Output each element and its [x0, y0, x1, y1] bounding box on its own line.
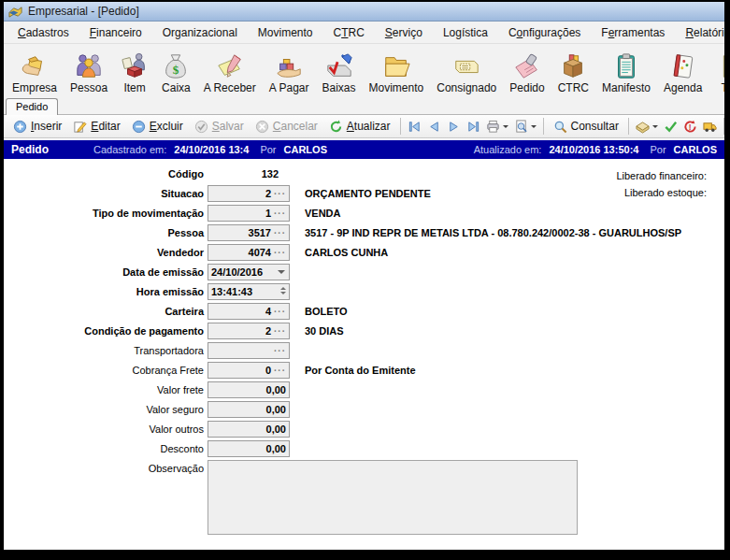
valor-outros-label: Valor outros — [4, 424, 208, 435]
preview-button[interactable] — [511, 118, 539, 136]
transportadora-label: Transportadora — [4, 345, 208, 356]
toolbar-tre-button[interactable]: Tre — [709, 50, 724, 95]
menu-organizacional[interactable]: Organizacional — [152, 23, 248, 42]
truck-icon — [703, 120, 717, 134]
alert-refresh-button[interactable]: ! — [680, 118, 700, 136]
inserir-button[interactable]: Inserir — [7, 118, 67, 136]
toolbar-manifesto-button[interactable]: Manifesto — [595, 50, 657, 95]
lookup-ellipsis-button[interactable]: ··· — [274, 189, 286, 199]
consultar-label: Consultar — [571, 120, 619, 133]
dropdown-caret-icon[interactable] — [503, 125, 508, 131]
valor-outros-field[interactable]: 0,00 — [208, 421, 290, 438]
observacao-field[interactable] — [208, 460, 578, 535]
menu-ctrc[interactable]: CTRC — [322, 23, 374, 42]
svg-text:!: ! — [689, 122, 692, 131]
lookup-ellipsis-button[interactable]: ··· — [274, 366, 286, 376]
insert-icon — [13, 120, 27, 134]
toolbar-movimento-button[interactable]: Movimento — [363, 50, 431, 95]
condicao-de-pagamento-field[interactable]: 2··· — [208, 323, 290, 339]
preview-icon — [514, 120, 528, 134]
calendar-dropdown-icon[interactable] — [278, 270, 285, 278]
lookup-ellipsis-button[interactable]: ··· — [274, 307, 286, 317]
hora-emissao-field-value: 13:41:43 — [211, 286, 277, 297]
excluir-button[interactable]: Excluir — [126, 118, 189, 136]
codigo-label: Código — [4, 168, 208, 179]
nav-prev-icon — [427, 120, 441, 134]
menu-financeiro[interactable]: Financeiro — [79, 23, 152, 42]
lookup-ellipsis-button[interactable]: ··· — [274, 326, 286, 337]
toolbar-item-button[interactable]: Item — [114, 50, 155, 95]
consultar-button[interactable]: Consultar — [548, 118, 624, 136]
tab-pedido[interactable]: Pedido — [6, 98, 58, 115]
menu-ferramentas[interactable]: Ferramentas — [591, 23, 675, 42]
manifesto-icon — [612, 52, 640, 80]
print-button[interactable] — [483, 118, 511, 136]
menu-bar: CadastrosFinanceiroOrganizacionalMovimen… — [4, 22, 724, 44]
menu-configuracoes[interactable]: Configurações — [498, 23, 591, 42]
toolbar-baixas-button[interactable]: Baixas — [316, 50, 363, 95]
tipo-de-movimentacao-field[interactable]: 1··· — [208, 205, 290, 222]
nav-next-button[interactable] — [444, 118, 464, 136]
toolbar-pedido-button[interactable]: Pedido — [503, 50, 551, 95]
confirm-button[interactable] — [661, 118, 680, 136]
editar-button[interactable]: Editar — [67, 118, 125, 136]
vendedor-label: Vendedor — [4, 247, 208, 258]
cobranca-frete-field-value: 0 — [211, 365, 271, 376]
hora-emissao-field[interactable]: 13:41:43 — [208, 283, 290, 300]
toolbar-a-pagar-button[interactable]: A Pagar — [263, 50, 316, 95]
export-button[interactable] — [633, 118, 661, 136]
row-cobranca-frete: Cobrança Frete0···Por Conta do Emitente — [4, 362, 724, 379]
toolbar-empresa-button[interactable]: Empresa — [6, 50, 64, 95]
menu-relatorios[interactable]: Relatórios — [675, 23, 724, 42]
nav-first-button[interactable] — [405, 118, 424, 136]
lookup-ellipsis-button[interactable]: ··· — [274, 346, 286, 356]
situacao-field[interactable]: 2··· — [208, 185, 290, 202]
ctrc-icon — [559, 52, 587, 80]
dropdown-caret-icon[interactable] — [531, 125, 537, 131]
svg-text:$: $ — [173, 63, 179, 77]
valor-seguro-field[interactable]: 0,00 — [208, 401, 290, 418]
toolbar-pessoa-button[interactable]: Pessoa — [64, 50, 114, 95]
lookup-ellipsis-button[interactable]: ··· — [274, 228, 286, 238]
nav-last-button[interactable] — [464, 118, 483, 136]
carteira-field-value: 4 — [211, 306, 271, 317]
data-de-emissao-field[interactable]: 24/10/2016 — [208, 264, 290, 280]
carteira-field[interactable]: 4··· — [208, 303, 290, 320]
desconto-field[interactable]: 0,00 — [208, 440, 290, 457]
nav-prev-button[interactable] — [424, 118, 444, 136]
transportadora-field[interactable]: ··· — [208, 342, 290, 359]
action-toolbar: InserirEditarExcluirSalvarCancelarAtuali… — [4, 115, 724, 138]
cancelar-button[interactable]: Cancelar — [250, 118, 323, 136]
vendedor-field[interactable]: 4074··· — [208, 244, 290, 261]
time-spinner-icon[interactable] — [280, 286, 286, 297]
lookup-ellipsis-button[interactable]: ··· — [274, 248, 286, 258]
salvar-button[interactable]: Salvar — [189, 118, 250, 136]
toolbar-caixa-button[interactable]: $Caixa — [155, 50, 197, 95]
menu-cadastros[interactable]: Cadastros — [7, 23, 79, 42]
toolbar-agenda-button[interactable]: Agenda — [657, 50, 709, 95]
toolbar-consignado-label: Consignado — [437, 81, 496, 94]
hora-emissao-label: Hora emissão — [4, 286, 208, 297]
lookup-ellipsis-button[interactable]: ··· — [274, 208, 286, 219]
form-area: Código132Situacao2···ORÇAMENTO PENDENTET… — [4, 159, 724, 550]
valor-frete-field[interactable]: 0,00 — [208, 381, 290, 398]
menu-servico[interactable]: Serviço — [375, 23, 433, 42]
toolbar-consignado-button[interactable]: Consignado — [430, 50, 503, 95]
condicao-de-pagamento-label: Condição de pagamento — [4, 325, 208, 337]
row-hora-emissao: Hora emissão13:41:43 — [4, 283, 724, 300]
pessoa-field[interactable]: 3517··· — [208, 224, 290, 241]
toolbar-a-receber-button[interactable]: A Receber — [197, 50, 263, 95]
caixa-icon: $ — [162, 52, 190, 80]
toolbar-item-label: Item — [123, 81, 145, 94]
menu-movimento[interactable]: Movimento — [248, 23, 323, 42]
truck-button[interactable] — [700, 118, 720, 136]
toolbar-ctrc-button[interactable]: CTRC — [551, 50, 595, 95]
dropdown-caret-icon[interactable] — [652, 125, 658, 131]
cobranca-frete-field[interactable]: 0··· — [208, 362, 290, 379]
menu-logistica[interactable]: Logística — [433, 23, 498, 42]
atualizar-button[interactable]: Atualizar — [323, 118, 396, 136]
row-condicao-de-pagamento: Condição de pagamento2···30 DIAS — [4, 323, 724, 339]
row-desconto: Desconto0,00 — [4, 440, 724, 457]
salvar-label: Salvar — [212, 120, 244, 133]
carteira-label: Carteira — [4, 306, 208, 317]
